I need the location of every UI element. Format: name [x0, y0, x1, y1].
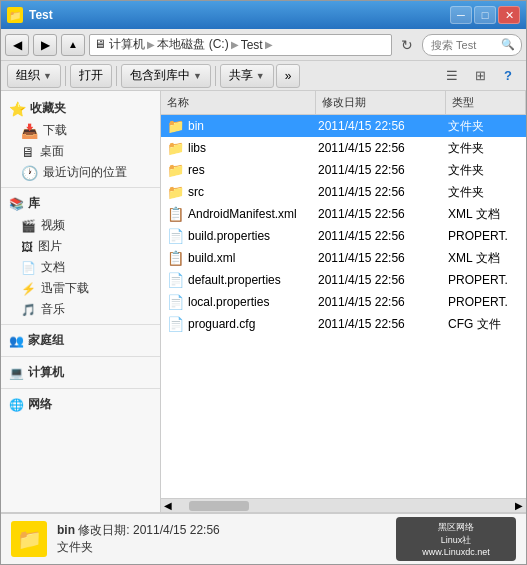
network-icon: 🌐 [9, 398, 24, 412]
help-button[interactable]: ? [496, 65, 520, 87]
search-icon: 🔍 [501, 38, 515, 51]
recent-icon: 🕐 [21, 165, 38, 181]
horizontal-scrollbar[interactable]: ◀ ▶ [161, 498, 526, 512]
file-name: build.properties [188, 229, 270, 243]
col-header-date[interactable]: 修改日期 [316, 91, 446, 114]
more-button[interactable]: » [276, 64, 301, 88]
sidebar-item-recent[interactable]: 🕐 最近访问的位置 [1, 162, 160, 183]
include-library-button[interactable]: 包含到库中 ▼ [121, 64, 211, 88]
folder-icon: 📁 [167, 184, 184, 200]
minimize-button[interactable]: ─ [450, 6, 472, 24]
file-date: 2011/4/15 22:56 [314, 295, 444, 309]
refresh-button[interactable]: ↻ [396, 34, 418, 56]
status-right: 黑区网络 Linux社 www.Linuxdc.net [396, 517, 516, 561]
cfg-icon: 📄 [167, 316, 184, 332]
back-button[interactable]: ◀ [5, 34, 29, 56]
file-type: CFG 文件 [444, 316, 524, 333]
file-area: 名称 修改日期 类型 📁 bin 2011/4/15 22:56 文件夹 📁 l… [161, 91, 526, 512]
up-button[interactable]: ▲ [61, 34, 85, 56]
file-list-header: 名称 修改日期 类型 [161, 91, 526, 115]
watermark-line1: 黑区网络 Linux社 www.Linuxdc.net [422, 521, 490, 557]
sidebar-section-header-favorites[interactable]: ⭐ 收藏夹 [1, 97, 160, 120]
file-date: 2011/4/15 22:56 [314, 119, 444, 133]
sidebar-item-downloads[interactable]: 📥 下载 [1, 120, 160, 141]
share-button[interactable]: 共享 ▼ [220, 64, 274, 88]
table-row[interactable]: 📄 local.properties 2011/4/15 22:56 PROPE… [161, 291, 526, 313]
xml-icon: 📋 [167, 206, 184, 222]
file-name: res [188, 163, 205, 177]
title-bar-left: 📁 Test [7, 7, 53, 23]
file-type: PROPERT. [444, 273, 524, 287]
table-row[interactable]: 📁 libs 2011/4/15 22:56 文件夹 [161, 137, 526, 159]
maximize-button[interactable]: □ [474, 6, 496, 24]
table-row[interactable]: 📄 build.properties 2011/4/15 22:56 PROPE… [161, 225, 526, 247]
table-row[interactable]: 📁 src 2011/4/15 22:56 文件夹 [161, 181, 526, 203]
library-icon: 📚 [9, 197, 24, 211]
sidebar-item-documents[interactable]: 📄 文档 [1, 257, 160, 278]
file-date: 2011/4/15 22:56 [314, 251, 444, 265]
toolbar-separator-2 [116, 66, 117, 86]
sidebar-section-header-network[interactable]: 🌐 网络 [1, 393, 160, 416]
table-row[interactable]: 📁 bin 2011/4/15 22:56 文件夹 [161, 115, 526, 137]
sidebar-item-thunder[interactable]: ⚡ 迅雷下载 [1, 278, 160, 299]
sidebar-item-video[interactable]: 🎬 视频 [1, 215, 160, 236]
computer-icon: 💻 [9, 366, 24, 380]
video-icon: 🎬 [21, 219, 36, 233]
prop-icon: 📄 [167, 228, 184, 244]
downloads-icon: 📥 [21, 123, 38, 139]
forward-button[interactable]: ▶ [33, 34, 57, 56]
sidebar-item-pictures[interactable]: 🖼 图片 [1, 236, 160, 257]
file-name: libs [188, 141, 206, 155]
view-icons-button[interactable]: ⊞ [468, 65, 492, 87]
view-details-button[interactable]: ☰ [440, 65, 464, 87]
status-detail: 修改日期: 2011/4/15 22:56 [78, 523, 219, 537]
status-bar: 📁 bin 修改日期: 2011/4/15 22:56 文件夹 黑区网络 Lin… [1, 512, 526, 564]
sidebar-section-header-library[interactable]: 📚 库 [1, 192, 160, 215]
file-date: 2011/4/15 22:56 [314, 163, 444, 177]
status-file-icon: 📁 [11, 521, 47, 557]
col-header-type[interactable]: 类型 [446, 91, 526, 114]
sidebar-section-header-homegroup[interactable]: 👥 家庭组 [1, 329, 160, 352]
file-date: 2011/4/15 22:56 [314, 141, 444, 155]
path-part-drive: 本地磁盘 (C:) [157, 36, 228, 53]
title-controls: ─ □ ✕ [450, 6, 520, 24]
table-row[interactable]: 📄 proguard.cfg 2011/4/15 22:56 CFG 文件 [161, 313, 526, 335]
toolbar-separator-3 [215, 66, 216, 86]
hscroll-track [189, 501, 498, 511]
address-path[interactable]: 🖥 计算机 ▶ 本地磁盘 (C:) ▶ Test ▶ [89, 34, 392, 56]
window: 📁 Test ─ □ ✕ ◀ ▶ ▲ 🖥 计算机 ▶ 本地磁盘 (C:) ▶ T… [0, 0, 527, 565]
table-row[interactable]: 📄 default.properties 2011/4/15 22:56 PRO… [161, 269, 526, 291]
sidebar-section-header-computer[interactable]: 💻 计算机 [1, 361, 160, 384]
col-header-name[interactable]: 名称 [161, 91, 316, 114]
table-row[interactable]: 📋 AndroidManifest.xml 2011/4/15 22:56 XM… [161, 203, 526, 225]
toolbar-right: ☰ ⊞ ? [440, 65, 520, 87]
xml-icon: 📋 [167, 250, 184, 266]
prop-icon: 📄 [167, 294, 184, 310]
file-type: XML 文档 [444, 206, 524, 223]
table-row[interactable]: 📁 res 2011/4/15 22:56 文件夹 [161, 159, 526, 181]
folder-icon: 📁 [167, 162, 184, 178]
file-name: local.properties [188, 295, 269, 309]
favorites-icon: ⭐ [9, 101, 26, 117]
hscroll-right[interactable]: ▶ [512, 499, 526, 513]
hscroll-thumb[interactable] [189, 501, 249, 511]
sidebar-section-computer: 💻 计算机 [1, 361, 160, 384]
sidebar-item-desktop[interactable]: 🖥 桌面 [1, 141, 160, 162]
search-box[interactable]: 🔍 [422, 34, 522, 56]
close-button[interactable]: ✕ [498, 6, 520, 24]
thunder-icon: ⚡ [21, 282, 36, 296]
file-list: 📁 bin 2011/4/15 22:56 文件夹 📁 libs 2011/4/… [161, 115, 526, 498]
file-type: 文件夹 [444, 184, 524, 201]
toolbar: 组织 ▼ 打开 包含到库中 ▼ 共享 ▼ » ☰ ⊞ ? [1, 61, 526, 91]
search-input[interactable] [431, 39, 501, 51]
hscroll-left[interactable]: ◀ [161, 499, 175, 513]
file-type: PROPERT. [444, 229, 524, 243]
file-name: src [188, 185, 204, 199]
sidebar-item-music[interactable]: 🎵 音乐 [1, 299, 160, 320]
folder-icon: 📁 [167, 118, 184, 134]
file-name: build.xml [188, 251, 235, 265]
organize-button[interactable]: 组织 ▼ [7, 64, 61, 88]
open-button[interactable]: 打开 [70, 64, 112, 88]
status-type: 文件夹 [57, 539, 220, 556]
table-row[interactable]: 📋 build.xml 2011/4/15 22:56 XML 文档 [161, 247, 526, 269]
